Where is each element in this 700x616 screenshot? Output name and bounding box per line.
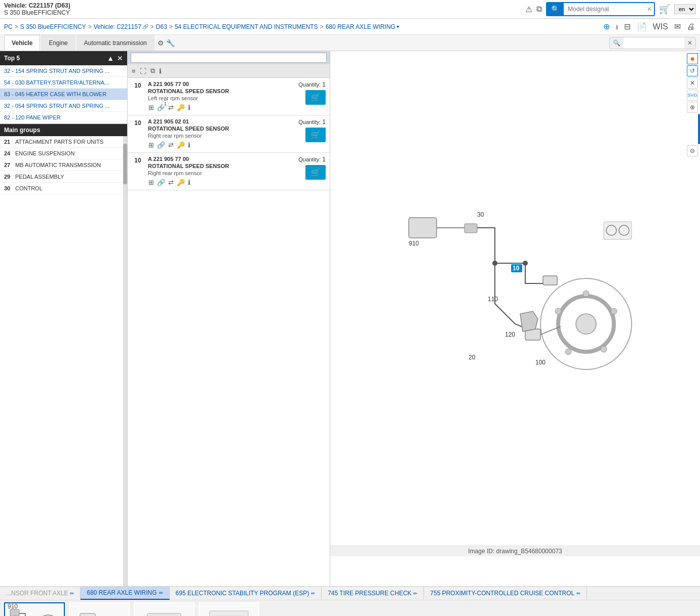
tab-automatic-transmission[interactable]: Automatic transmission — [76, 35, 154, 51]
part-swap-btn-2[interactable]: ⇄ — [168, 178, 174, 187]
part-grid-btn-2[interactable]: ⊞ — [148, 178, 154, 187]
top5-item-4[interactable]: 82 - 120 PANE WIPER — [0, 112, 127, 124]
top5-close-btn[interactable]: ✕ — [117, 54, 123, 62]
qty-label-0: Quantity: 1 — [298, 81, 326, 88]
btab-edit-icon-3[interactable]: ✏ — [413, 591, 417, 596]
tab-vehicle[interactable]: Vehicle — [4, 35, 40, 51]
language-select[interactable]: en de fr — [674, 4, 696, 14]
info-btn[interactable]: i — [615, 21, 618, 32]
tab-search-input[interactable] — [624, 37, 684, 49]
part-qty-1: Quantity: 1 🛒 — [285, 118, 326, 142]
btab-item-0[interactable]: ...NSOR FRONT AXLE ✏ — [0, 587, 81, 599]
qty-label-2: Quantity: 1 — [298, 156, 326, 163]
thumb-item-1[interactable] — [69, 602, 130, 616]
part-key-btn-0[interactable]: 🔑 — [176, 103, 185, 112]
tab-settings-icon[interactable]: ⚙ — [158, 39, 164, 47]
tab-search-clear[interactable]: ✕ — [684, 37, 695, 49]
mail-btn[interactable]: ✉ — [673, 21, 682, 32]
part-actions-1: ⊞ 🔗 ⇄ 🔑 ℹ — [148, 141, 281, 149]
top5-item-1[interactable]: 54 - 030 BATTERY,STARTER/ALTERNA... — [0, 77, 127, 89]
bc-electrical[interactable]: 54 ELECTRICAL EQUIPMENT AND INSTRUMENTS — [175, 23, 318, 30]
part-details-0: A 221 905 77 00 ROTATIONAL SPEED SENSOR … — [148, 81, 281, 112]
add-cart-btn-2[interactable]: 🛒 — [305, 165, 326, 180]
ct-info2-btn[interactable]: ℹ — [158, 66, 163, 76]
top5-item-2[interactable]: 83 - 045 HEATER CASE WITH BLOWER — [0, 89, 127, 100]
btab-item-2[interactable]: 695 ELECTRONIC STABILITY PROGRAM (ESP) ✏ — [170, 587, 322, 599]
part-swap-btn-0[interactable]: ⇄ — [168, 103, 174, 112]
part-grid-btn-1[interactable]: ⊞ — [148, 141, 154, 149]
center-search-input[interactable] — [131, 53, 327, 63]
dt-svg-btn[interactable]: SVG — [687, 90, 698, 101]
btab-item-3[interactable]: 745 TIRE PRESSURE CHECK ✏ — [322, 587, 424, 599]
thumb-item-0[interactable]: 910 — [4, 602, 65, 616]
thumb-svg-3 — [200, 603, 258, 616]
part-info-btn-2[interactable]: ℹ — [187, 178, 191, 187]
top5-item-3[interactable]: 32 - 054 SPRING STRUT AND SPRING ... — [0, 100, 127, 112]
mg-label-21: ATTACHMENT PARTS FOR UNITS — [15, 139, 103, 145]
model-search-btn[interactable]: 🔍 — [547, 3, 564, 15]
main-groups-scrollbar-thumb[interactable] — [123, 144, 127, 184]
ct-list-btn[interactable]: ≡ — [131, 66, 137, 76]
bc-pc[interactable]: PC — [4, 23, 13, 30]
add-cart-btn-0[interactable]: 🛒 — [305, 90, 326, 105]
print-btn[interactable]: 🖨 — [686, 21, 696, 32]
dt-zoom-out-btn[interactable]: ⊖ — [687, 145, 698, 156]
bc-wiring[interactable]: 680 REAR AXLE WIRING ▾ — [326, 23, 399, 30]
top5-collapse-btn[interactable]: ▲ — [107, 54, 114, 62]
dt-close-btn[interactable]: ✕ — [687, 77, 698, 89]
btab-edit-icon-4[interactable]: ✏ — [576, 591, 580, 596]
part-info-btn-1[interactable]: ℹ — [187, 141, 191, 149]
ct-expand-btn[interactable]: ⛶ — [139, 66, 147, 76]
dt-history-btn[interactable]: ↺ — [687, 65, 698, 76]
svg-point-8 — [555, 308, 561, 314]
part-link-btn-2[interactable]: 🔗 — [157, 178, 166, 187]
part-link-btn-1[interactable]: 🔗 — [157, 141, 166, 149]
main-groups-scrollbar[interactable] — [123, 136, 127, 586]
model-search-input[interactable] — [564, 4, 645, 15]
part-qty-2: Quantity: 1 🛒 — [285, 156, 326, 180]
wiring-dropdown-icon[interactable]: ▾ — [397, 24, 399, 29]
part-actions-2: ⊞ 🔗 ⇄ 🔑 ℹ — [148, 178, 281, 187]
document-btn[interactable]: 📄 — [636, 21, 648, 32]
diagram-tools: ● ↺ ✕ SVG ⊕ ⊖ — [685, 51, 700, 158]
part-grid-btn-0[interactable]: ⊞ — [148, 103, 154, 112]
mg-item-21[interactable]: 21 ATTACHMENT PARTS FOR UNITS — [0, 136, 123, 148]
part-info-btn-0[interactable]: ℹ — [187, 103, 191, 112]
thumb-item-2[interactable] — [134, 602, 195, 616]
mg-item-30[interactable]: 30 CONTROL — [0, 183, 123, 194]
btab-edit-icon-2[interactable]: ✏ — [311, 591, 315, 596]
tab-tool-icon[interactable]: 🔧 — [166, 39, 175, 47]
thumb-item-3[interactable] — [199, 602, 259, 616]
btab-edit-icon-1[interactable]: ✏ — [159, 590, 163, 596]
part-key-btn-1[interactable]: 🔑 — [176, 141, 185, 149]
bc-model[interactable]: S 350 BlueEFFICIENCY — [20, 23, 86, 30]
wis-btn[interactable]: WIS — [652, 21, 669, 32]
svg-text:100: 100 — [535, 359, 546, 366]
btab-item-1[interactable]: 680 REAR AXLE WIRING ✏ — [81, 587, 169, 600]
center-panel: ≡ ⛶ ⧉ ℹ 10 A 221 905 77 00 ROTATIONAL SP… — [128, 51, 330, 586]
copy-icon-btn[interactable]: ⧉ — [536, 5, 542, 14]
top5-item-0[interactable]: 32 - 154 SPRING STRUT AND SPRING ... — [0, 65, 127, 77]
part-key-btn-2[interactable]: 🔑 — [176, 178, 185, 187]
qty-label-1: Quantity: 1 — [298, 118, 326, 126]
cart-button[interactable]: 🛒 — [659, 4, 670, 15]
tab-engine[interactable]: Engine — [41, 35, 75, 51]
ct-copy2-btn[interactable]: ⧉ — [149, 66, 156, 76]
bc-vehicle[interactable]: Vehicle: C221157 🔗 — [94, 23, 148, 30]
zoom-in-btn[interactable]: ⊕ — [602, 21, 611, 32]
add-cart-btn-1[interactable]: 🛒 — [305, 128, 326, 142]
dt-color-btn[interactable]: ● — [687, 53, 698, 64]
warning-icon-btn[interactable]: ⚠ — [525, 5, 532, 14]
mg-item-29[interactable]: 29 PEDAL ASSEMBLY — [0, 171, 123, 183]
dt-zoom-in-btn[interactable]: ⊕ — [687, 102, 698, 113]
filter-btn[interactable]: ⊟ — [623, 21, 632, 32]
mg-item-24[interactable]: 24 ENGINE SUSPENSION — [0, 148, 123, 159]
btab-edit-icon-0[interactable]: ✏ — [70, 591, 74, 596]
model-search-clear[interactable]: ✕ — [645, 4, 654, 15]
part-swap-btn-1[interactable]: ⇄ — [168, 141, 174, 149]
btab-item-4[interactable]: 755 PROXIMITY-CONTROLLED CRUISE CONTROL … — [424, 587, 587, 599]
bc-d63[interactable]: D63 — [156, 23, 167, 30]
svg-rect-11 — [464, 224, 477, 233]
mg-item-27[interactable]: 27 MB AUTOMATIC TRANSMISSION — [0, 159, 123, 171]
left-panel: Top 5 ▲ ✕ 32 - 154 SPRING STRUT AND SPRI… — [0, 51, 128, 586]
